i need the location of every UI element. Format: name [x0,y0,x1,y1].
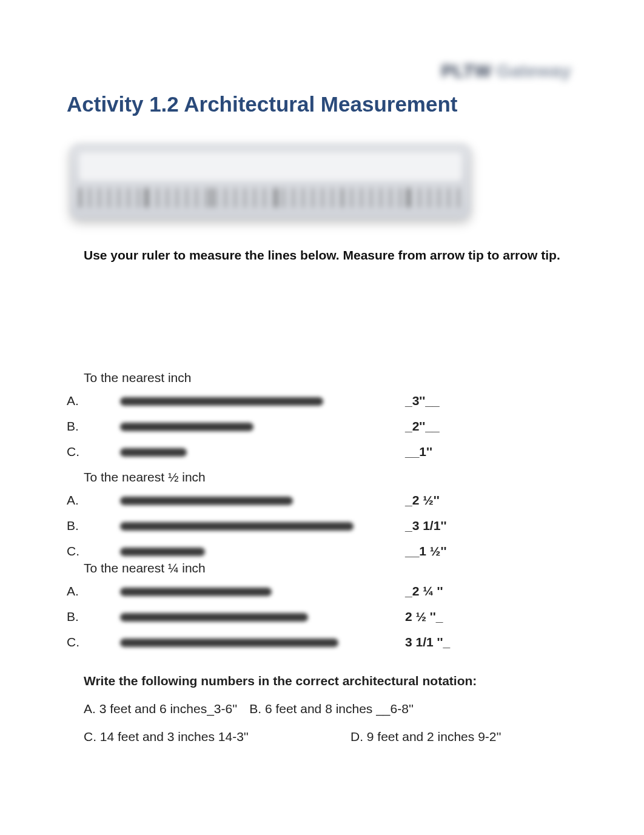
measure-line [120,397,323,406]
row-answer: _2''__ [405,419,440,434]
row-letter: B. [67,518,84,533]
row-answer: __1 ½'' [405,544,446,558]
section-label-quarter: To the nearest ¼ inch [84,561,577,575]
measure-row: C. __1 ½'' [67,544,577,558]
measure-line [120,448,187,457]
measure-line [120,548,205,556]
row-letter: C. [67,444,84,459]
measure-line [120,639,338,647]
section-label-half: To the nearest ½ inch [84,470,577,485]
measure-row: B. _3 1/1'' [67,518,577,533]
measure-row: A. _3''__ [67,394,577,408]
page-title: Activity 1.2 Architectural Measurement [67,92,577,116]
measure-line [120,613,308,622]
row-answer: __1'' [405,444,432,459]
brand-logo: PLTW Gateway [67,61,577,81]
measure-line [120,497,293,505]
row-answer: _2 ½'' [405,493,440,508]
instruction-text: Use your ruler to measure the lines belo… [84,248,577,263]
page-fade [0,806,644,835]
section2-title: Write the following numbers in the corre… [84,674,577,688]
row-answer: 3 1/1 ''_ [405,635,450,649]
row-letter: A. [67,394,84,408]
notation-a: A. 3 feet and 6 inches_3-6'' [84,702,237,716]
ruler-graphic [70,144,471,219]
notation-row: C. 14 feet and 3 inches 14-3'' D. 9 feet… [84,729,577,744]
notation-b: B. 6 feet and 8 inches __6-8'' [249,702,414,716]
row-letter: B. [67,609,84,624]
measure-row: C. 3 1/1 ''_ [67,635,577,649]
row-letter: B. [67,419,84,434]
measure-line [120,588,272,596]
measure-line [120,522,354,531]
notation-c: C. 14 feet and 3 inches 14-3'' [84,729,338,744]
measure-row: A. _2 ½'' [67,493,577,508]
row-letter: A. [67,584,84,599]
notation-d: D. 9 feet and 2 inches 9-2'' [351,729,501,744]
measure-row: B. _2''__ [67,419,577,434]
row-answer: _2 ¼ '' [405,584,443,599]
section-label-inch: To the nearest inch [84,371,577,385]
row-letter: A. [67,493,84,508]
row-answer: 2 ½ ''_ [405,609,443,624]
row-answer: _3''__ [405,394,440,408]
row-letter: C. [67,635,84,649]
row-letter: C. [67,544,84,558]
measure-row: B. 2 ½ ''_ [67,609,577,624]
brand-name: PLTW [441,61,492,81]
measure-line [120,423,253,431]
measure-row: C. __1'' [67,444,577,459]
measure-row: A. _2 ¼ '' [67,584,577,599]
row-answer: _3 1/1'' [405,518,446,533]
ruler-image [70,144,577,219]
brand-sub: Gateway [497,61,571,81]
notation-row: A. 3 feet and 6 inches_3-6'' B. 6 feet a… [84,702,577,716]
